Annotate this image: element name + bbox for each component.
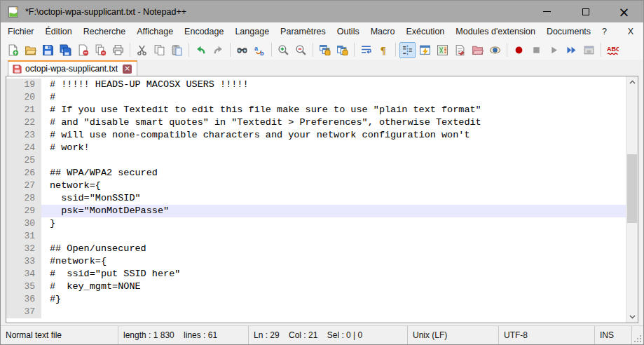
menu--dition[interactable]: Édition <box>40 22 78 40</box>
show-all-characters-button[interactable]: ¶ <box>376 42 392 58</box>
copy-button[interactable] <box>151 42 167 58</box>
line-text[interactable]: ## Open/unsecured <box>41 243 626 255</box>
status-insert-mode[interactable]: INS <box>595 326 632 344</box>
line-number[interactable]: 28 <box>6 192 41 205</box>
menu-macro[interactable]: Macro <box>365 22 401 40</box>
replace-button[interactable]: ab <box>252 42 268 58</box>
editor-line-25[interactable]: 25 <box>6 154 626 167</box>
editor-line-23[interactable]: 23# will use none-compatible characters … <box>6 129 626 142</box>
maximize-button[interactable] <box>566 1 605 22</box>
close-button[interactable]: × <box>605 1 643 22</box>
open-file-button[interactable] <box>22 42 39 58</box>
editor-line-29[interactable]: 29 psk="MonMotDePasse" <box>6 205 626 217</box>
macro-save-button[interactable] <box>581 42 597 58</box>
editor-line-35[interactable]: 35# key_mgmt=NONE <box>6 280 626 293</box>
line-number[interactable]: 35 <box>6 280 41 293</box>
close-all-button[interactable] <box>93 42 109 58</box>
editor-line-28[interactable]: 28 ssid="MonSSID" <box>6 192 626 205</box>
vertical-scrollbar[interactable] <box>626 76 638 323</box>
line-text[interactable]: # work! <box>41 142 626 154</box>
editor-line-36[interactable]: 36#} <box>6 293 626 306</box>
sync-horizontal-button[interactable] <box>334 42 350 58</box>
line-number[interactable]: 26 <box>6 167 41 180</box>
find-button[interactable] <box>234 42 250 58</box>
menu-affichage[interactable]: Affichage <box>131 22 179 40</box>
line-number[interactable]: 27 <box>6 180 41 192</box>
line-number[interactable]: 24 <box>6 142 41 154</box>
line-number[interactable]: 20 <box>6 91 41 104</box>
line-text[interactable]: # If you use Textedit to edit this file … <box>41 104 626 116</box>
undo-button[interactable] <box>193 42 209 58</box>
shortcut-mapper-button[interactable] <box>417 42 433 58</box>
line-number[interactable]: 37 <box>6 306 41 318</box>
line-number[interactable]: 19 <box>6 79 41 91</box>
cut-button[interactable] <box>134 42 150 58</box>
new-file-button[interactable] <box>5 42 21 58</box>
save-all-button[interactable] <box>57 42 74 58</box>
document-monitor-button[interactable] <box>487 42 503 58</box>
menu-fichier[interactable]: Fichier <box>2 22 40 40</box>
line-text[interactable]: network={ <box>41 180 626 192</box>
line-text[interactable]: # will use none-compatible characters an… <box>41 129 626 142</box>
zoom-in-button[interactable] <box>275 42 292 58</box>
line-number[interactable]: 33 <box>6 255 41 268</box>
editor-line-27[interactable]: 27network={ <box>6 180 626 192</box>
tab-octopi-wpa-supplicant[interactable]: octopi-wpa-supplicant.txt × <box>8 60 137 76</box>
menu-param-tres[interactable]: Paramètres <box>275 22 331 40</box>
zoom-out-button[interactable] <box>293 42 309 58</box>
save-file-button[interactable] <box>40 42 56 58</box>
print-button[interactable] <box>110 42 126 58</box>
line-number[interactable]: 21 <box>6 104 41 116</box>
line-number[interactable]: 29 <box>6 205 41 217</box>
macro-run-multiple-button[interactable] <box>563 42 580 58</box>
word-wrap-button[interactable] <box>358 42 374 58</box>
editor-line-34[interactable]: 34# ssid="put SSID here" <box>6 268 626 280</box>
line-text[interactable]: # ssid="put SSID here" <box>41 268 626 280</box>
editor-line-24[interactable]: 24# work! <box>6 142 626 154</box>
line-text[interactable] <box>41 306 626 318</box>
line-text[interactable]: #} <box>41 293 626 306</box>
line-text[interactable]: # key_mgmt=NONE <box>41 280 626 293</box>
line-number[interactable]: 34 <box>6 268 41 280</box>
macro-record-button[interactable] <box>511 42 527 58</box>
document-map-button[interactable] <box>434 42 451 58</box>
menu-encodage[interactable]: Encodage <box>179 22 229 40</box>
close-file-button[interactable] <box>75 42 91 58</box>
line-number[interactable]: 30 <box>6 217 41 230</box>
editor-line-20[interactable]: 20# <box>6 91 626 104</box>
redo-button[interactable] <box>210 42 226 58</box>
line-text[interactable]: ## WPA/WPA2 secured <box>41 167 626 180</box>
sync-vertical-button[interactable] <box>317 42 333 58</box>
editor-line-33[interactable]: 33#network={ <box>6 255 626 268</box>
menu-?[interactable]: ? <box>596 22 612 40</box>
menubar-close-button[interactable]: X <box>618 22 643 40</box>
scroll-down-button[interactable] <box>626 311 638 323</box>
status-eol-format[interactable]: Unix (LF) <box>408 326 499 344</box>
line-text[interactable]: # !!!!! HEADS-UP MACOSX USERS !!!!! <box>41 79 626 91</box>
function-list-button[interactable] <box>452 42 468 58</box>
line-text[interactable] <box>41 230 626 243</box>
line-number[interactable]: 23 <box>6 129 41 142</box>
line-number[interactable]: 25 <box>6 154 41 167</box>
editor-line-31[interactable]: 31 <box>6 230 626 243</box>
title-bar[interactable]: *F:\octopi-wpa-supplicant.txt - Notepad+… <box>1 1 643 22</box>
indent-guide-button[interactable] <box>399 42 416 58</box>
minimize-button[interactable] <box>528 1 566 22</box>
menu-recherche[interactable]: Recherche <box>78 22 131 40</box>
editor-line-26[interactable]: 26## WPA/WPA2 secured <box>6 167 626 180</box>
line-number[interactable]: 36 <box>6 293 41 306</box>
menu-modules-d-extension[interactable]: Modules d'extension <box>450 22 541 40</box>
editor-line-22[interactable]: 22# and "disable smart quotes" in "Texte… <box>6 116 626 129</box>
paste-button[interactable] <box>169 42 185 58</box>
line-number[interactable]: 31 <box>6 230 41 243</box>
menu-outils[interactable]: Outils <box>331 22 365 40</box>
resize-grip-icon[interactable] <box>632 326 643 344</box>
folder-as-workspace-button[interactable] <box>470 42 486 58</box>
menu-ex-cution[interactable]: Exécution <box>400 22 450 40</box>
line-text[interactable]: psk="MonMotDePasse" <box>41 205 626 217</box>
line-text[interactable]: # <box>41 91 626 104</box>
status-encoding[interactable]: UTF-8 <box>499 326 595 344</box>
macro-play-button[interactable] <box>546 42 562 58</box>
line-text[interactable]: ssid="MonSSID" <box>41 192 626 205</box>
scroll-up-button[interactable] <box>626 76 638 88</box>
